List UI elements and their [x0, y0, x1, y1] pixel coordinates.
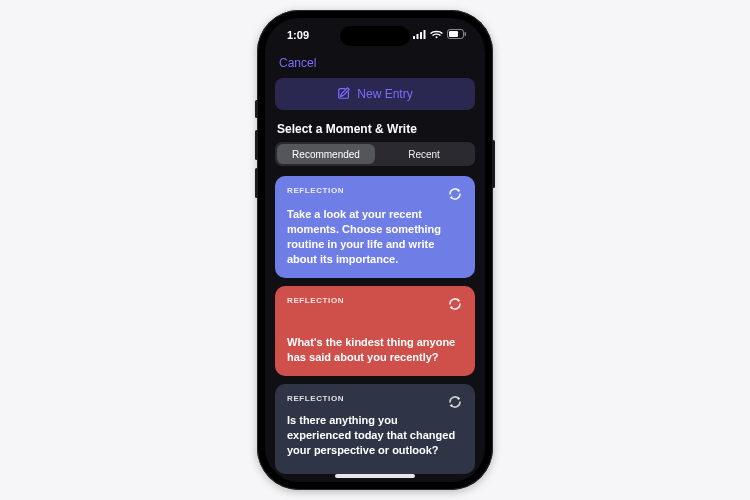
new-entry-label: New Entry — [357, 87, 412, 101]
svg-rect-0 — [413, 36, 415, 39]
svg-rect-6 — [449, 31, 458, 37]
volume-down-button — [255, 168, 258, 198]
reflection-card[interactable]: REFLECTION Take a look at your recent mo… — [275, 176, 475, 278]
svg-point-4 — [436, 36, 438, 38]
reflection-card[interactable]: REFLECTION Is there anything you experie… — [275, 384, 475, 474]
refresh-icon[interactable] — [445, 294, 465, 314]
card-category: REFLECTION — [287, 394, 463, 403]
svg-rect-2 — [420, 32, 422, 39]
clock: 1:09 — [287, 29, 309, 41]
cellular-icon — [413, 29, 426, 41]
dynamic-island — [340, 26, 410, 46]
tab-recent[interactable]: Recent — [375, 144, 473, 164]
screen: 1:09 Cancel New Entry S — [265, 18, 485, 482]
refresh-icon[interactable] — [445, 392, 465, 412]
card-category: REFLECTION — [287, 296, 463, 305]
svg-rect-1 — [417, 34, 419, 39]
compose-icon — [337, 86, 351, 103]
card-category: REFLECTION — [287, 186, 463, 195]
battery-icon — [447, 29, 467, 41]
wifi-icon — [430, 29, 443, 41]
new-entry-button[interactable]: New Entry — [275, 78, 475, 110]
svg-rect-7 — [465, 32, 467, 36]
page-title: Select a Moment & Write — [277, 122, 473, 136]
card-prompt: Is there anything you experienced today … — [287, 407, 463, 458]
svg-rect-3 — [424, 30, 426, 39]
phone-frame: 1:09 Cancel New Entry S — [257, 10, 493, 490]
segment-control: Recommended Recent — [275, 142, 475, 166]
home-indicator[interactable] — [335, 474, 415, 478]
reflection-card[interactable]: REFLECTION What's the kindest thing anyo… — [275, 286, 475, 376]
mute-switch — [255, 100, 258, 118]
card-prompt: What's the kindest thing anyone has said… — [287, 329, 463, 365]
card-prompt: Take a look at your recent moments. Choo… — [287, 201, 463, 266]
power-button — [492, 140, 495, 188]
tab-recommended[interactable]: Recommended — [277, 144, 375, 164]
volume-up-button — [255, 130, 258, 160]
refresh-icon[interactable] — [445, 184, 465, 204]
cancel-button[interactable]: Cancel — [275, 52, 320, 78]
